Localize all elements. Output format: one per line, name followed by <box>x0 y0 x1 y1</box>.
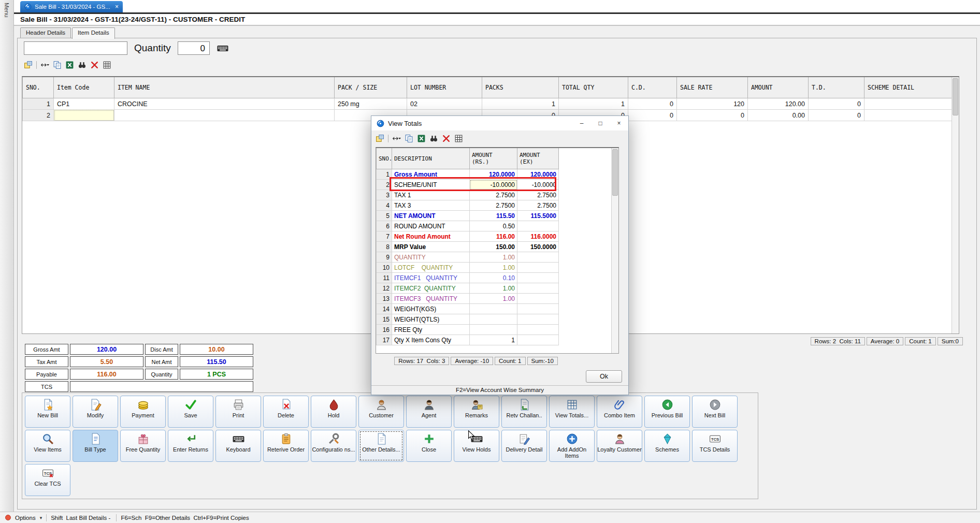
options-button[interactable]: Options <box>15 515 36 521</box>
column-header[interactable]: AMOUNT (RS.) <box>470 148 517 169</box>
keyboard-icon[interactable] <box>214 42 232 54</box>
grid-cell[interactable]: 250 mg <box>335 98 407 110</box>
amount-ex-cell[interactable] <box>517 221 559 231</box>
amount-rs-cell[interactable]: 120.0000 <box>470 169 517 180</box>
amount-ex-cell[interactable] <box>517 263 559 273</box>
copy-icon[interactable] <box>405 134 413 143</box>
table-row[interactable]: 11ITEMCF1 QUANTITY0.10 <box>377 273 559 283</box>
table-row[interactable]: 12ITEMCF2 QUANTITY1.00 <box>377 283 559 294</box>
grid-cell[interactable]: 0.00 <box>748 110 809 121</box>
column-header[interactable]: Item Code <box>54 77 114 98</box>
column-header[interactable]: DESCRIPTION <box>392 148 470 169</box>
column-header[interactable]: C.D. <box>628 77 677 98</box>
maximize-icon[interactable]: □ <box>591 116 610 130</box>
table-row[interactable]: 13ITEMCF3 QUANTITY1.00 <box>377 294 559 304</box>
view-items-button[interactable]: View Items <box>25 430 70 462</box>
add-addon-items-button[interactable]: Add AddOn Items <box>549 430 595 462</box>
grid-cell[interactable]: 0 <box>809 110 864 121</box>
tab-close-icon[interactable]: × <box>115 4 119 10</box>
amount-rs-cell[interactable]: 115.50 <box>470 211 517 221</box>
grid-cell[interactable]: CROCINE <box>114 98 335 110</box>
description-cell[interactable]: ITEMCF1 QUANTITY <box>392 273 470 283</box>
column-header[interactable]: AMOUNT <box>748 77 809 98</box>
table-row[interactable]: 10LOTCF QUANTITY1.00 <box>377 263 559 273</box>
amount-rs-cell[interactable]: 0.50 <box>470 221 517 231</box>
table-row[interactable]: 17Qty X Item Cons Qty1 <box>377 335 559 345</box>
amount-rs-cell[interactable]: 0.10 <box>470 273 517 283</box>
column-header[interactable]: SNO. <box>23 77 54 98</box>
amount-ex-cell[interactable]: 116.0000 <box>517 231 559 242</box>
description-cell[interactable]: NET AMOUNT <box>392 211 470 221</box>
tab-item-details[interactable]: Item Details <box>72 27 115 39</box>
combo-item-button[interactable]: Combo Item <box>597 396 642 428</box>
column-header[interactable]: SALE RATE <box>677 77 748 98</box>
save-button[interactable]: Save <box>168 396 213 428</box>
column-header[interactable]: PACKS <box>482 77 559 98</box>
other-details--button[interactable]: Other Details... <box>358 430 404 462</box>
print-button[interactable]: Print <box>215 396 261 428</box>
schemes-button[interactable]: Schemes <box>644 430 690 462</box>
amount-rs-cell[interactable] <box>470 304 517 314</box>
grid-cell[interactable]: CP1 <box>54 98 114 110</box>
amount-ex-cell[interactable] <box>517 335 559 345</box>
description-cell[interactable]: Gross Amount <box>392 169 470 180</box>
view-holds-button[interactable]: View Holds <box>454 430 499 462</box>
table-row[interactable]: 8MRP Value150.00150.0000 <box>377 242 559 252</box>
table-row[interactable]: 14WEIGHT(KGS) <box>377 304 559 314</box>
menu-strip[interactable]: Menu <box>0 0 14 512</box>
amount-rs-cell[interactable] <box>470 314 517 325</box>
amount-ex-cell[interactable] <box>517 283 559 294</box>
item-code-input[interactable] <box>24 41 127 55</box>
column-header[interactable]: T.D. <box>809 77 864 98</box>
amount-ex-cell[interactable] <box>517 314 559 325</box>
grid-cell[interactable] <box>54 110 114 121</box>
quantity-value-field[interactable]: 0 <box>178 41 210 55</box>
description-cell[interactable]: QUANTITY <box>392 252 470 263</box>
grid-cell[interactable]: 02 <box>407 98 482 110</box>
keyboard-button[interactable]: Keyboard <box>215 430 261 462</box>
amount-rs-cell[interactable]: 116.00 <box>470 231 517 242</box>
description-cell[interactable]: SCHEME/UNIT <box>392 180 470 190</box>
document-tab[interactable]: Sale Bill - 31/03/2024 - GS... × <box>20 1 123 12</box>
find-icon[interactable] <box>429 134 438 143</box>
previous-bill-button[interactable]: Previous Bill <box>644 396 690 428</box>
description-cell[interactable]: ITEMCF2 QUANTITY <box>392 283 470 294</box>
bill-type-button[interactable]: Bill Type <box>73 430 118 462</box>
column-header[interactable]: SNO. <box>377 148 392 169</box>
description-cell[interactable]: FREE Qty <box>392 325 470 335</box>
export-icon[interactable] <box>376 134 384 143</box>
column-header[interactable]: ITEM NAME <box>114 77 335 98</box>
customer-button[interactable]: Customer <box>358 396 404 428</box>
amount-rs-cell[interactable]: -10.0000 <box>470 180 517 190</box>
amount-rs-cell[interactable]: 150.00 <box>470 242 517 252</box>
description-cell[interactable]: WEIGHT(QTLS) <box>392 314 470 325</box>
grid-cell[interactable]: 1 <box>482 98 559 110</box>
enter-returns-button[interactable]: Enter Returns <box>168 430 213 462</box>
copy-icon[interactable] <box>53 61 62 69</box>
amount-rs-cell[interactable]: 1 <box>470 335 517 345</box>
table-row[interactable]: 7Net Round Amount116.00116.0000 <box>377 231 559 242</box>
amount-ex-cell[interactable]: 2.7500 <box>517 190 559 200</box>
clear-tcs-button[interactable]: TCSClear TCS <box>25 464 70 496</box>
modify-button[interactable]: Modify <box>73 396 118 428</box>
grid-icon[interactable] <box>454 134 463 143</box>
payment-button[interactable]: Payment <box>120 396 166 428</box>
delete-button[interactable]: Delete <box>263 396 309 428</box>
export-icon[interactable] <box>24 61 33 69</box>
minimize-icon[interactable]: – <box>572 116 591 130</box>
tcs-details-button[interactable]: TCSTCS Details <box>692 430 738 462</box>
items-grid-scrollbar[interactable] <box>952 77 959 333</box>
grid-cell[interactable]: 0 <box>628 110 677 121</box>
description-cell[interactable]: Qty X Item Cons Qty <box>392 335 470 345</box>
amount-ex-cell[interactable]: -10.0000 <box>517 180 559 190</box>
column-header[interactable]: TOTAL QTY <box>559 77 628 98</box>
totals-grid-scrollbar[interactable] <box>611 148 618 353</box>
column-header[interactable]: SCHEME DETAIL <box>864 77 953 98</box>
reterive-order-button[interactable]: Reterive Order <box>263 430 309 462</box>
table-row[interactable]: 2SCHEME/UNIT-10.0000-10.0000 <box>377 180 559 190</box>
table-row[interactable]: 16FREE Qty <box>377 325 559 335</box>
grid-cell[interactable]: 1 <box>559 98 628 110</box>
ok-button[interactable]: Ok <box>586 370 622 383</box>
view-totals--button[interactable]: View Totals... <box>549 396 595 428</box>
new-bill-button[interactable]: New Bill <box>25 396 70 428</box>
